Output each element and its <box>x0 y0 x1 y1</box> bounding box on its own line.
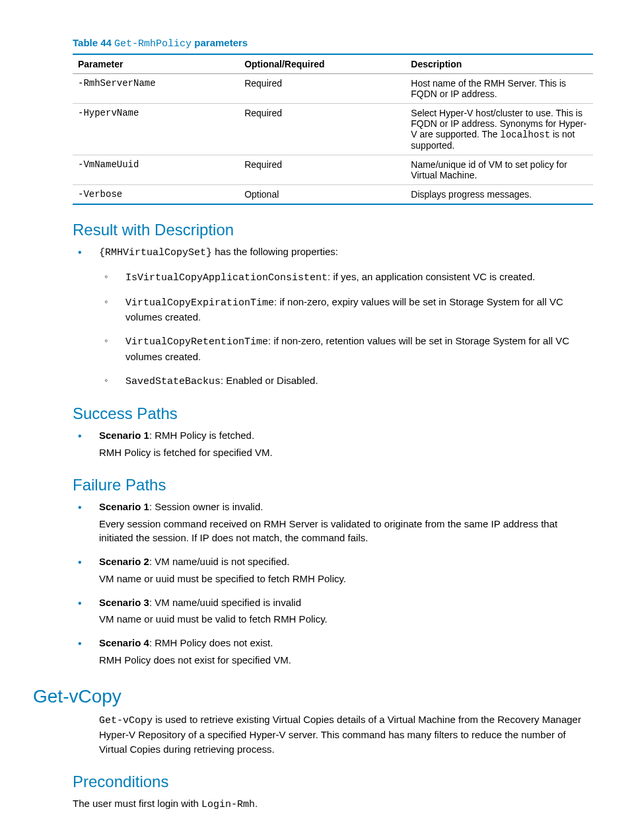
scenario-item: Scenario 4: RMH Policy does not exist.RM… <box>73 636 593 668</box>
preconditions-text: The user must first login with Login-Rmh… <box>73 796 593 812</box>
result-property-item: VirtualCopyRetentionTime: if non-zero, r… <box>99 334 593 364</box>
param-description: Host name of the RMH Server. This is FQD… <box>405 74 593 104</box>
th-parameter: Parameter <box>73 54 239 74</box>
success-list: Scenario 1: RMH Policy is fetched.RMH Po… <box>73 428 593 460</box>
table-caption-code: Get-RmhPolicy <box>114 38 192 50</box>
param-required: Required <box>239 104 405 155</box>
precond-pre: The user must first login with <box>73 798 201 809</box>
table-caption-suffix: parameters <box>192 37 248 48</box>
table-row: -VmNameUuidRequiredName/unique id of VM … <box>73 155 593 185</box>
scenario-item: Scenario 3: VM name/uuid specified is in… <box>73 595 593 627</box>
get-vcopy-code: Get-vCopy <box>99 715 153 726</box>
result-property-item: SavedStateBackus: Enabled or Disabled. <box>99 373 593 389</box>
get-vcopy-rest: is used to retrieve existing Virtual Cop… <box>99 714 581 755</box>
table-row: -VerboseOptionalDisplays progress messag… <box>73 185 593 205</box>
param-name: -HypervName <box>73 104 239 155</box>
result-property-item: VirtualCopyExpirationTime: if non-zero, … <box>99 295 593 325</box>
scenario-item: Scenario 1: RMH Policy is fetched.RMH Po… <box>73 428 593 460</box>
parameters-table: Parameter Optional/Required Description … <box>73 54 593 205</box>
param-description: Select Hyper-V host/cluster to use. This… <box>405 104 593 155</box>
param-name: -RmhServerName <box>73 74 239 104</box>
param-required: Required <box>239 155 405 185</box>
page-body: Table 44 Get-RmhPolicy parameters Parame… <box>0 0 630 840</box>
table-caption: Table 44 Get-RmhPolicy parameters <box>73 37 593 50</box>
scenario-item: Scenario 1: Session owner is invalid.Eve… <box>73 500 593 545</box>
heading-result: Result with Description <box>73 221 593 239</box>
table-row: -RmhServerNameRequiredHost name of the R… <box>73 74 593 104</box>
heading-preconditions: Preconditions <box>73 773 593 791</box>
result-intro-code: {RMHVirtualCopySet} <box>99 247 212 258</box>
table-row: -HypervNameRequiredSelect Hyper-V host/c… <box>73 104 593 155</box>
result-intro-item: {RMHVirtualCopySet} has the following pr… <box>73 245 593 389</box>
th-optional-required: Optional/Required <box>239 54 405 74</box>
table-caption-prefix: Table 44 <box>73 37 114 48</box>
result-list: {RMHVirtualCopySet} has the following pr… <box>73 245 593 389</box>
param-required: Optional <box>239 185 405 205</box>
heading-failure: Failure Paths <box>73 476 593 494</box>
precond-code: Login-Rmh <box>201 799 255 810</box>
precond-post: . <box>255 798 258 809</box>
get-vcopy-description: Get-vCopy is used to retrieve existing V… <box>99 712 593 757</box>
th-description: Description <box>405 54 593 74</box>
param-required: Required <box>239 74 405 104</box>
failure-list: Scenario 1: Session owner is invalid.Eve… <box>73 500 593 668</box>
param-name: -Verbose <box>73 185 239 205</box>
param-description: Name/unique id of VM to set policy for V… <box>405 155 593 185</box>
result-property-item: IsVirtualCopyApplicationConsistent: if y… <box>99 270 593 286</box>
scenario-item: Scenario 2: VM name/uuid is not specifie… <box>73 554 593 586</box>
result-intro-rest: has the following properties: <box>212 246 338 257</box>
heading-get-vcopy: Get-vCopy <box>33 686 593 707</box>
heading-success: Success Paths <box>73 404 593 423</box>
param-description: Displays progress messages. <box>405 185 593 205</box>
result-properties-list: IsVirtualCopyApplicationConsistent: if y… <box>99 270 593 389</box>
param-name: -VmNameUuid <box>73 155 239 185</box>
